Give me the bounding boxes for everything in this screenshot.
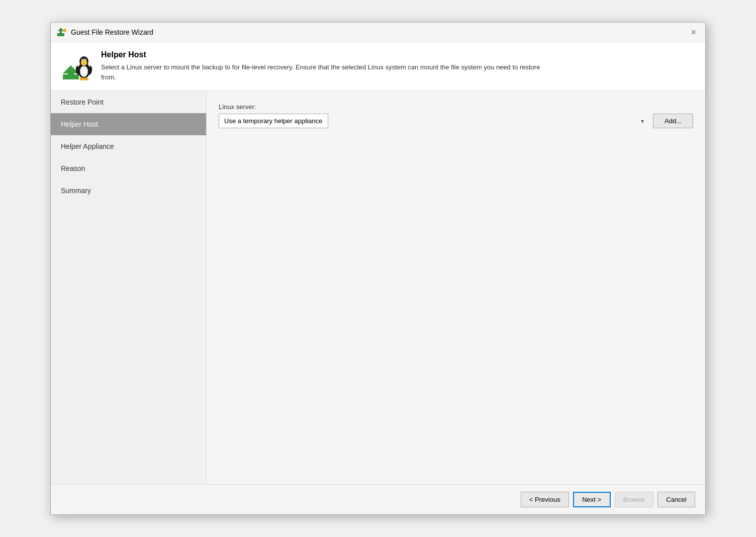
- next-button[interactable]: Next >: [573, 492, 611, 507]
- previous-button[interactable]: < Previous: [521, 492, 569, 507]
- dialog-window: Guest File Restore Wizard ×: [50, 22, 706, 515]
- title-bar: Guest File Restore Wizard ×: [51, 23, 705, 42]
- sidebar: Restore Point Helper Host Helper Applian…: [51, 91, 207, 484]
- app-icon: [57, 27, 67, 37]
- header-title: Helper Host: [101, 50, 553, 59]
- content-area: Restore Point Helper Host Helper Applian…: [51, 91, 705, 484]
- main-panel: Linux server: Use a temporary helper app…: [207, 91, 705, 484]
- svg-marker-3: [64, 31, 66, 33]
- sidebar-item-restore-point[interactable]: Restore Point: [51, 91, 206, 113]
- sidebar-item-summary[interactable]: Summary: [51, 180, 206, 202]
- sidebar-item-reason[interactable]: Reason: [51, 157, 206, 180]
- title-bar-left: Guest File Restore Wizard: [57, 27, 153, 37]
- dropdown-wrapper: Use a temporary helper appliance: [219, 114, 649, 128]
- sidebar-item-helper-appliance[interactable]: Helper Appliance: [51, 135, 206, 157]
- dropdown-row: Use a temporary helper appliance Add...: [219, 114, 693, 128]
- svg-point-7: [80, 66, 88, 77]
- header-illustration: [61, 50, 93, 82]
- header-section: Helper Host Select a Linux server to mou…: [51, 42, 705, 91]
- linux-server-dropdown[interactable]: Use a temporary helper appliance: [219, 114, 328, 128]
- close-button[interactable]: ×: [688, 27, 699, 38]
- linux-server-label: Linux server:: [219, 103, 693, 111]
- svg-point-12: [82, 59, 83, 60]
- svg-point-13: [85, 59, 86, 60]
- sidebar-item-helper-host[interactable]: Helper Host: [51, 113, 206, 135]
- header-description: Select a Linux server to mount the backu…: [101, 62, 553, 82]
- cancel-button[interactable]: Cancel: [657, 492, 695, 507]
- svg-point-16: [83, 77, 88, 80]
- dialog-title: Guest File Restore Wizard: [71, 28, 153, 36]
- header-icon: [61, 50, 93, 82]
- add-button[interactable]: Add...: [653, 114, 693, 128]
- browse-button[interactable]: Browse: [615, 492, 653, 507]
- footer: < Previous Next > Browse Cancel: [51, 484, 705, 514]
- header-text-block: Helper Host Select a Linux server to mou…: [101, 50, 553, 82]
